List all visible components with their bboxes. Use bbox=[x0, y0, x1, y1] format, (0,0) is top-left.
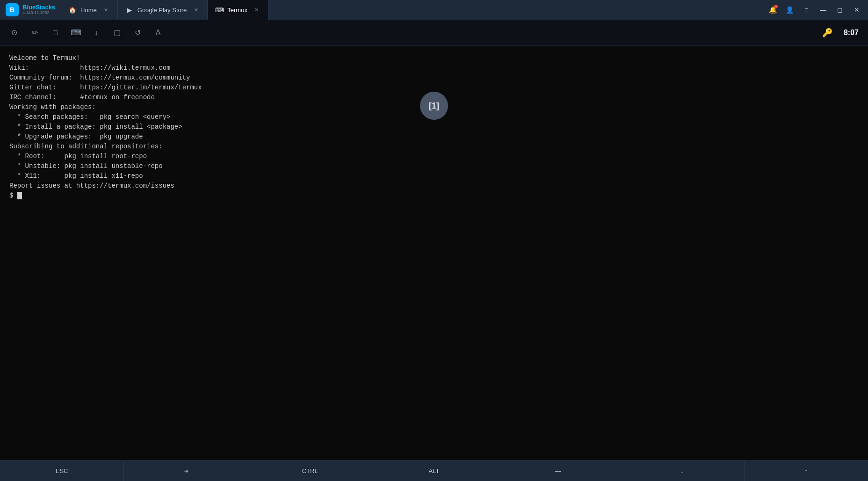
terminal-line: * Root: pkg install root-repo bbox=[9, 152, 859, 161]
frame-icon: ▢ bbox=[114, 28, 121, 37]
terminal-line: Welcome to Termux! bbox=[9, 53, 859, 63]
ctrl-label: CTRL bbox=[302, 467, 318, 474]
account-icon: 👤 bbox=[786, 6, 794, 14]
google-play-icon: ▶ bbox=[125, 6, 134, 14]
arrow-down-icon: ↓ bbox=[680, 467, 684, 474]
toolbar-square-button[interactable]: □ bbox=[47, 24, 64, 41]
tab-button[interactable]: ⇥ bbox=[124, 461, 248, 481]
bluestacks-icon: B bbox=[6, 3, 19, 16]
toolbar-camera-button[interactable]: ⊙ bbox=[6, 24, 22, 41]
tab-home[interactable]: 🏠 Home ✕ bbox=[61, 0, 118, 20]
camera-icon: ⊙ bbox=[11, 28, 17, 37]
clock: 8:07 bbox=[844, 29, 859, 37]
bluestacks-text: BlueStacks 4.140.12.1002 bbox=[22, 4, 55, 15]
bluestacks-name: BlueStacks bbox=[22, 4, 55, 11]
terminal-line: * X11: pkg install x11-repo bbox=[9, 171, 859, 181]
maximize-icon: ◻ bbox=[837, 6, 843, 14]
home-icon: 🏠 bbox=[68, 6, 77, 14]
bottombar: ESC ⇥ CTRL ALT — ↓ ↑ bbox=[0, 460, 868, 481]
terminal-cursor bbox=[17, 192, 22, 199]
tab-termux-label: Termux bbox=[227, 7, 247, 14]
toolbar-text-button[interactable]: A bbox=[150, 24, 166, 41]
account-button[interactable]: 👤 bbox=[782, 2, 797, 17]
terminal-line: Gitter chat: https://gitter.im/termux/te… bbox=[9, 83, 859, 93]
alt-label: ALT bbox=[429, 467, 440, 474]
bluestacks-logo: B BlueStacks 4.140.12.1002 bbox=[0, 0, 61, 20]
session-badge[interactable]: [1] bbox=[420, 92, 448, 120]
titlebar-right: 🔔 👤 ≡ — ◻ ✕ bbox=[765, 2, 868, 17]
rotate-icon: ↺ bbox=[135, 28, 141, 37]
minimize-icon: — bbox=[820, 6, 826, 14]
notification-dot bbox=[774, 5, 778, 8]
minimize-button[interactable]: — bbox=[816, 2, 831, 17]
arrow-up-button[interactable]: ↑ bbox=[745, 461, 868, 481]
toolbar-rotate-button[interactable]: ↺ bbox=[129, 24, 146, 41]
tab-google-play-label: Google Play Store bbox=[137, 7, 187, 14]
esc-label: ESC bbox=[56, 467, 68, 474]
titlebar-left: B BlueStacks 4.140.12.1002 🏠 Home ✕ ▶ Go… bbox=[0, 0, 268, 20]
terminal-line: * Upgrade packages: pkg upgrade bbox=[9, 132, 859, 142]
toolbar: ⊙ ✏ □ ⌨ ↓ ▢ ↺ A 🔑 8:07 bbox=[0, 20, 868, 46]
alt-button[interactable]: ALT bbox=[372, 461, 496, 481]
dash-label: — bbox=[555, 467, 561, 474]
close-icon: ✕ bbox=[854, 6, 860, 14]
toolbar-frame-button[interactable]: ▢ bbox=[108, 24, 125, 41]
terminal-icon: ⌨ bbox=[215, 6, 224, 14]
notification-button[interactable]: 🔔 bbox=[765, 2, 780, 17]
tab-termux-close[interactable]: ✕ bbox=[253, 6, 260, 14]
text-icon: A bbox=[156, 29, 161, 37]
terminal-line: Wiki: https://wiki.termux.com bbox=[9, 63, 859, 73]
terminal-line: * Unstable: pkg install unstable-repo bbox=[9, 161, 859, 171]
toolbar-pen-button[interactable]: ✏ bbox=[26, 24, 43, 41]
terminal-line: * Install a package: pkg install <packag… bbox=[9, 122, 859, 132]
terminal-line: Community forum: https://termux.com/comm… bbox=[9, 73, 859, 83]
arrow-down-button[interactable]: ↓ bbox=[620, 461, 744, 481]
pen-icon: ✏ bbox=[32, 28, 38, 37]
keyboard-icon: ⌨ bbox=[71, 28, 81, 37]
titlebar: B BlueStacks 4.140.12.1002 🏠 Home ✕ ▶ Go… bbox=[0, 0, 868, 20]
tabs-container: 🏠 Home ✕ ▶ Google Play Store ✕ ⌨ Termux … bbox=[61, 0, 268, 20]
download-icon: ↓ bbox=[94, 29, 98, 37]
tab-home-close[interactable]: ✕ bbox=[102, 6, 110, 14]
arrow-up-icon: ↑ bbox=[805, 467, 808, 474]
tab-home-label: Home bbox=[80, 7, 97, 14]
tab-google-play[interactable]: ▶ Google Play Store ✕ bbox=[118, 0, 208, 20]
tab-termux[interactable]: ⌨ Termux ✕ bbox=[208, 0, 268, 20]
ctrl-button[interactable]: CTRL bbox=[248, 461, 372, 481]
toolbar-keyboard-button[interactable]: ⌨ bbox=[67, 24, 84, 41]
tab-google-play-close[interactable]: ✕ bbox=[192, 6, 200, 14]
terminal-line: Subscribing to additional repositories: bbox=[9, 142, 859, 152]
dash-button[interactable]: — bbox=[496, 461, 620, 481]
toolbar-download-button[interactable]: ↓ bbox=[88, 24, 105, 41]
menu-button[interactable]: ≡ bbox=[799, 2, 814, 17]
key-icon: 🔑 bbox=[822, 28, 832, 38]
terminal-line: $ bbox=[9, 191, 859, 201]
square-icon: □ bbox=[53, 29, 58, 37]
close-button[interactable]: ✕ bbox=[849, 2, 864, 17]
bluestacks-version: 4.140.12.1002 bbox=[22, 11, 55, 15]
maximize-button[interactable]: ◻ bbox=[832, 2, 847, 17]
menu-icon: ≡ bbox=[804, 6, 808, 14]
terminal-line: Report issues at https://termux.com/issu… bbox=[9, 181, 859, 191]
terminal-container[interactable]: [1] Welcome to Termux!Wiki: https://wiki… bbox=[0, 46, 868, 460]
tab-label: ⇥ bbox=[183, 467, 188, 474]
esc-button[interactable]: ESC bbox=[0, 461, 124, 481]
terminal[interactable]: Welcome to Termux!Wiki: https://wiki.ter… bbox=[0, 46, 868, 208]
